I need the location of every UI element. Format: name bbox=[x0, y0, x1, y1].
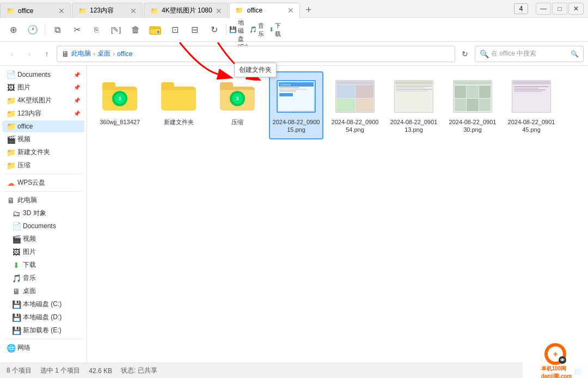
video-label: 视频 bbox=[17, 135, 80, 144]
sidebar-item-documents[interactable]: 📄 Documents 📌 bbox=[2, 69, 84, 81]
share-status: 状态: 已共享 bbox=[121, 366, 157, 375]
sidebar-item-pictures[interactable]: 🖼 图片 📌 bbox=[2, 81, 84, 94]
properties-button[interactable]: ⊟ bbox=[186, 21, 203, 39]
png-preview-3 bbox=[394, 80, 433, 113]
logo-line1: 单机100网 bbox=[541, 365, 567, 373]
sidebar-item-music[interactable]: 🎵 音乐 bbox=[2, 272, 84, 284]
crop-button[interactable]: ⊡ bbox=[166, 21, 183, 39]
breadcrumb-office[interactable]: office bbox=[117, 50, 132, 58]
wps-label: WPS云盘 bbox=[17, 178, 80, 187]
quick-download[interactable]: ⬇ 下载 bbox=[269, 21, 286, 39]
copy-path-button[interactable]: ⧉ bbox=[48, 21, 66, 39]
forward-button[interactable]: › bbox=[22, 46, 37, 62]
sidebar-sep-1 bbox=[4, 174, 82, 174]
sidebar-item-compress[interactable]: 📁 压缩 bbox=[2, 159, 84, 172]
toolbar-separator-2 bbox=[226, 25, 226, 35]
pictures2-icon: 🖼 bbox=[12, 248, 21, 257]
file-item-png1[interactable]: 口语学练表 2024-08-22_090015.png bbox=[269, 71, 323, 139]
tab-wallpaper[interactable]: 📁 4K壁纸图片 1080 ✕ bbox=[144, 3, 228, 18]
file-item-png4[interactable]: 2024-08-22_090130.png bbox=[445, 71, 500, 139]
file-item-png3[interactable]: 2024-08-22_090113.png bbox=[387, 71, 441, 139]
tab-office-2[interactable]: 📁 office ✕ bbox=[229, 3, 300, 18]
search-bar[interactable]: 🔍 在 office 中搜索 🔍 bbox=[475, 46, 584, 62]
sidebar-item-3d[interactable]: 🗂 3D 对象 bbox=[2, 207, 84, 220]
sidebar-item-local-d[interactable]: 💾 本地磁盘 (D:) bbox=[2, 311, 84, 324]
tab-close-1[interactable]: ✕ bbox=[58, 7, 65, 15]
pin-icon-4k: 📌 bbox=[74, 97, 80, 103]
file-size: 42.6 KB bbox=[89, 367, 112, 375]
search-placeholder: 在 office 中搜索 bbox=[491, 49, 536, 58]
sidebar-item-desktop[interactable]: 🖥 桌面 bbox=[2, 285, 84, 297]
tab-close-2[interactable]: ✕ bbox=[130, 7, 137, 15]
file-item-360wjj[interactable]: 3 360wjj_813427 bbox=[93, 71, 147, 139]
maximize-button[interactable]: □ bbox=[552, 3, 567, 15]
local-c-label: 本地磁盘 (C:) bbox=[23, 300, 80, 309]
png-preview-2 bbox=[335, 80, 375, 113]
sidebar-item-network[interactable]: 🌐 网络 bbox=[2, 342, 84, 354]
new-item-button[interactable]: ⊕ bbox=[4, 21, 22, 39]
copy-button[interactable]: ⎘ bbox=[88, 21, 105, 39]
breadcrumb-pc[interactable]: 此电脑 bbox=[71, 49, 91, 58]
file-item-png5[interactable]: 2024-08-22_090145.png bbox=[504, 71, 559, 139]
title-bar: 📁 office ✕ 📁 123内容 ✕ 📁 4K壁纸图片 1080 ✕ 📁 o… bbox=[0, 0, 588, 18]
music2-icon: 🎵 bbox=[12, 274, 21, 283]
desktop-label: 桌面 bbox=[23, 286, 80, 296]
breadcrumb-bar[interactable]: 🖥 此电脑 › 桌面 › office bbox=[57, 46, 455, 62]
rename-button[interactable]: [✎] bbox=[107, 21, 125, 39]
up-button[interactable]: ↑ bbox=[39, 46, 54, 62]
tab-close-3[interactable]: ✕ bbox=[216, 7, 222, 15]
sidebar-item-download[interactable]: ⬇ 下载 bbox=[2, 259, 84, 271]
sidebar-item-video2[interactable]: 🎬 视频 bbox=[2, 233, 84, 245]
pictures-icon: 🖼 bbox=[7, 83, 15, 92]
documents-icon: 📄 bbox=[7, 70, 15, 79]
close-button[interactable]: ✕ bbox=[568, 3, 584, 15]
quick-local-disk[interactable]: 💾 本地磁盘 (C:) bbox=[230, 21, 247, 39]
file-thumb-png3 bbox=[394, 77, 433, 116]
network-label: 网络 bbox=[17, 343, 80, 352]
sidebar-item-documents2[interactable]: 📄 Documents bbox=[2, 220, 84, 232]
cut-button[interactable]: ✂ bbox=[68, 21, 85, 39]
new-folder-button[interactable]: + bbox=[146, 21, 164, 39]
file-thumb-360wjj: 3 bbox=[100, 77, 139, 116]
minimize-button[interactable]: — bbox=[536, 3, 551, 15]
tab-123[interactable]: 📁 123内容 ✕ bbox=[72, 3, 143, 18]
delete-button[interactable]: 🗑 bbox=[127, 21, 144, 39]
back-button[interactable]: ‹ bbox=[4, 46, 20, 62]
local-c-icon: 💾 bbox=[12, 300, 21, 309]
file-name-compress: 压缩 bbox=[231, 118, 243, 126]
tab-icon-2: 📁 bbox=[78, 7, 87, 15]
sidebar-item-video[interactable]: 🎬 视频 bbox=[2, 133, 84, 145]
tab-office-1[interactable]: 📁 office ✕ bbox=[0, 3, 71, 18]
breadcrumb-desktop[interactable]: 桌面 bbox=[97, 49, 111, 58]
download-label: 下载 bbox=[275, 22, 286, 38]
file-item-compress[interactable]: 3 压缩 bbox=[210, 71, 265, 139]
sidebar-item-thispc[interactable]: 🖥 此电脑 bbox=[2, 194, 84, 206]
wps-icon: ☁ bbox=[7, 179, 15, 187]
sidebar-item-local-e[interactable]: 💾 新加载卷 (E:) bbox=[2, 324, 84, 337]
breadcrumb-sep-2: › bbox=[113, 50, 115, 58]
new-tab-button[interactable]: + bbox=[301, 2, 316, 17]
refresh-toolbar-button[interactable]: ↻ bbox=[205, 21, 223, 39]
quick-music[interactable]: 🎵 音乐 bbox=[249, 21, 267, 39]
sidebar-item-pictures2[interactable]: 🖼 图片 bbox=[2, 246, 84, 258]
tab-close-4[interactable]: ✕ bbox=[287, 7, 294, 14]
history-button[interactable]: 🕐 bbox=[24, 21, 41, 39]
local-disk-icon: 💾 bbox=[229, 26, 237, 33]
png-preview-5 bbox=[512, 80, 551, 113]
quick-access-toolbar: ⊕ 🕐 ⧉ ✂ ⎘ [✎] 🗑 + ⊡ ⊟ ↻ 💾 本地磁盘 (C:) 🎵 音乐… bbox=[0, 18, 588, 42]
local-e-label: 新加载卷 (E:) bbox=[23, 326, 80, 335]
refresh-button[interactable]: ↻ bbox=[457, 46, 473, 62]
music-label: 音乐 bbox=[258, 22, 267, 38]
thispc-icon: 🖥 bbox=[7, 196, 15, 205]
sidebar-item-123[interactable]: 📁 123内容 📌 bbox=[2, 107, 84, 120]
documents-label: Documents bbox=[17, 71, 71, 78]
new-folder-tooltip: 创建文件夹 bbox=[234, 63, 277, 77]
sidebar-item-4k[interactable]: 📁 4K壁纸图片 📌 bbox=[2, 94, 84, 107]
file-item-png2[interactable]: 2024-08-22_090054.png bbox=[328, 71, 382, 139]
sidebar-item-newfolder[interactable]: 📁 新建文件夹 bbox=[2, 146, 84, 158]
sidebar-item-office[interactable]: 📁 office bbox=[2, 120, 84, 132]
sidebar-item-wps[interactable]: ☁ WPS云盘 bbox=[2, 176, 84, 189]
file-item-newfolder[interactable]: 新建文件夹 bbox=[151, 71, 206, 139]
sidebar-item-local-c[interactable]: 💾 本地磁盘 (C:) bbox=[2, 298, 84, 310]
office-label: office bbox=[17, 123, 80, 130]
